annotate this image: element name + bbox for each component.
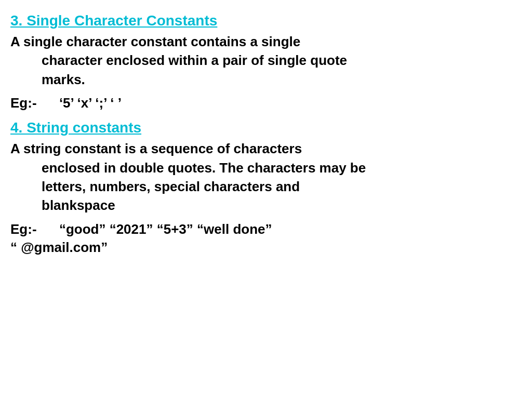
section-4-desc-line1: A string constant is a sequence of chara… [10, 141, 302, 156]
section-4-eg-line2: “ @gmail.com” [10, 240, 108, 255]
section-3-eg: Eg:- ‘5’ ‘x’ ‘;’ ‘ ’ [10, 95, 522, 111]
section-3-eg-examples: ‘5’ ‘x’ ‘;’ ‘ ’ [59, 95, 122, 111]
section-4-eg-label: Eg:- [10, 221, 37, 237]
section-4-desc-line4: blankspace [10, 196, 522, 215]
section-3: 3. Single Character Constants A single c… [10, 12, 522, 111]
section-3-desc-line1: A single character constant contains a s… [10, 34, 300, 49]
section-3-heading[interactable]: 3. Single Character Constants [10, 12, 522, 29]
section-4-eg1: Eg:- “good” “2021” “5+3” “well done” [10, 221, 522, 237]
section-3-eg-label: Eg:- [10, 95, 37, 111]
section-4-eg2: “ @gmail.com” [10, 240, 522, 256]
section-4-heading[interactable]: 4. String constants [10, 119, 522, 136]
section-4-desc-line2: enclosed in double quotes. The character… [10, 158, 522, 177]
section-4-eg-examples: “good” “2021” “5+3” “well done” [59, 221, 272, 237]
section-4: 4. String constants A string constant is… [10, 119, 522, 256]
section-4-desc-line3: letters, numbers, special characters and [10, 177, 522, 196]
section-3-desc-line3: marks. [10, 70, 522, 89]
section-4-description: A string constant is a sequence of chara… [10, 139, 522, 215]
section-3-description: A single character constant contains a s… [10, 32, 522, 89]
section-3-desc-line2: character enclosed within a pair of sing… [10, 51, 522, 70]
